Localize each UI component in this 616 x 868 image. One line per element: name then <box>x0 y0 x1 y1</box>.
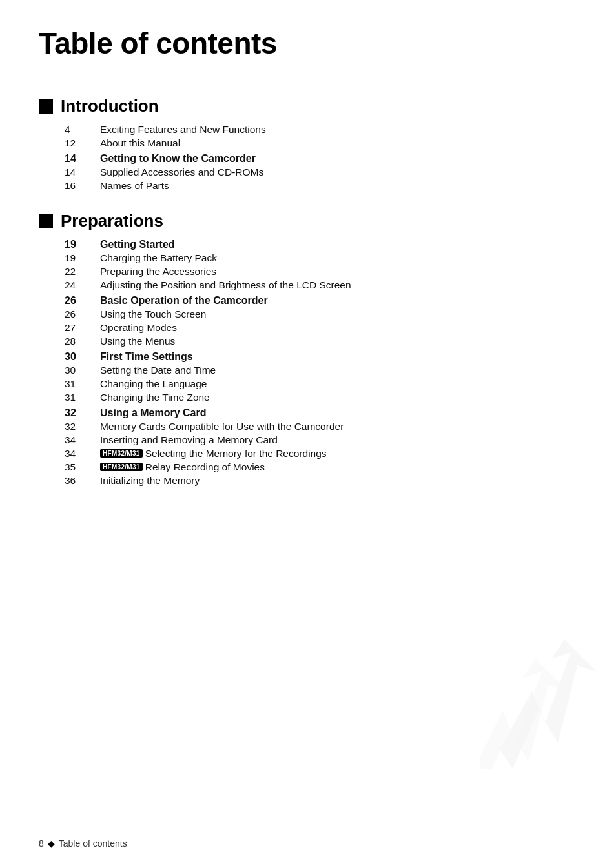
toc-entries-introduction: 4Exciting Features and New Functions12Ab… <box>65 124 577 192</box>
toc-entry: 24Adjusting the Position and Brightness … <box>65 279 577 291</box>
toc-group-header: 19Getting Started <box>65 239 577 250</box>
section-title-introduction: Introduction <box>61 96 159 116</box>
toc-entry: 16Names of Parts <box>65 180 577 192</box>
toc-page-num: 32 <box>65 407 100 419</box>
section-icon-introduction <box>39 99 53 114</box>
toc-entry: 36Initializing the Memory <box>65 475 577 487</box>
toc-entry: 35HFM32/M31Relay Recording of Movies <box>65 461 577 473</box>
toc-entry-text: Using the Menus <box>100 336 577 347</box>
toc-page-num: 30 <box>65 365 100 376</box>
toc-entry-text: HFM32/M31Relay Recording of Movies <box>100 461 577 473</box>
toc-entry: 34HFM32/M31Selecting the Memory for the … <box>65 448 577 459</box>
toc-entry-text: Charging the Battery Pack <box>100 252 577 264</box>
toc-entry-text: Supplied Accessories and CD-ROMs <box>100 167 577 178</box>
toc-entry: 22Preparing the Accessories <box>65 266 577 278</box>
toc-entry: 27Operating Modes <box>65 322 577 334</box>
toc-entry-text: Adjusting the Position and Brightness of… <box>100 279 577 291</box>
toc-entry: 31Changing the Time Zone <box>65 392 577 403</box>
toc-entry-text: Changing the Language <box>100 378 577 390</box>
toc-sections: Introduction4Exciting Features and New F… <box>39 96 577 487</box>
toc-entry-text: Preparing the Accessories <box>100 266 577 278</box>
model-badge: HFM32/M31 <box>100 449 143 458</box>
page-container: Table of contents Introduction4Exciting … <box>0 0 616 868</box>
toc-entry: 4Exciting Features and New Functions <box>65 124 577 136</box>
toc-entry-text: Getting to Know the Camcorder <box>100 153 577 165</box>
toc-entry: 19Charging the Battery Pack <box>65 252 577 264</box>
model-badge: HFM32/M31 <box>100 463 143 471</box>
footer-label: Table of contents <box>59 838 127 849</box>
toc-entry-text: Getting Started <box>100 239 577 250</box>
group-preparations-3: 32Using a Memory Card32Memory Cards Comp… <box>65 407 577 487</box>
toc-entry: 31Changing the Language <box>65 378 577 390</box>
toc-entry-text: HFM32/M31Selecting the Memory for the Re… <box>100 448 577 459</box>
footer-bullet: ◆ <box>48 838 55 849</box>
toc-entry-text: Exciting Features and New Functions <box>100 124 577 136</box>
toc-entry: 26Using the Touch Screen <box>65 308 577 320</box>
svg-marker-1 <box>480 659 568 769</box>
toc-page-num: 32 <box>65 421 100 432</box>
group-introduction-1: 14Getting to Know the Camcorder14Supplie… <box>65 153 577 192</box>
toc-entry-text: Changing the Time Zone <box>100 392 577 403</box>
group-introduction-0: 4Exciting Features and New Functions12Ab… <box>65 124 577 149</box>
toc-entry: 34Inserting and Removing a Memory Card <box>65 434 577 446</box>
page-footer: 8 ◆ Table of contents <box>39 838 127 849</box>
toc-page-num: 26 <box>65 295 100 307</box>
group-preparations-2: 30First Time Settings30Setting the Date … <box>65 351 577 403</box>
section-icon-preparations <box>39 214 53 228</box>
toc-entry: 30Setting the Date and Time <box>65 365 577 376</box>
toc-entry-text: Inserting and Removing a Memory Card <box>100 434 577 446</box>
toc-page-num: 14 <box>65 153 100 165</box>
group-preparations-1: 26Basic Operation of the Camcorder26Usin… <box>65 295 577 347</box>
group-preparations-0: 19Getting Started19Charging the Battery … <box>65 239 577 291</box>
svg-marker-0 <box>500 640 597 769</box>
toc-entry-text: First Time Settings <box>100 351 577 363</box>
toc-entry-text: Setting the Date and Time <box>100 365 577 376</box>
toc-entry-text: Basic Operation of the Camcorder <box>100 295 577 307</box>
toc-page-num: 31 <box>65 378 100 390</box>
toc-group-header: 30First Time Settings <box>65 351 577 363</box>
toc-page-num: 34 <box>65 448 100 459</box>
toc-entry: 28Using the Menus <box>65 336 577 347</box>
toc-entry: 32Memory Cards Compatible for Use with t… <box>65 421 577 432</box>
section-introduction: Introduction4Exciting Features and New F… <box>39 96 577 192</box>
toc-page-num: 22 <box>65 266 100 278</box>
section-title-preparations: Preparations <box>61 211 163 231</box>
toc-entry-text: Memory Cards Compatible for Use with the… <box>100 421 577 432</box>
footer-page-num: 8 <box>39 838 44 849</box>
section-header-preparations: Preparations <box>39 211 577 231</box>
page-title: Table of contents <box>39 26 577 61</box>
toc-page-num: 4 <box>65 124 100 136</box>
toc-group-header: 14Getting to Know the Camcorder <box>65 153 577 165</box>
toc-page-num: 27 <box>65 322 100 334</box>
toc-page-num: 16 <box>65 180 100 192</box>
toc-entry-text: Names of Parts <box>100 180 577 192</box>
toc-page-num: 14 <box>65 167 100 178</box>
toc-entry: 14Supplied Accessories and CD-ROMs <box>65 167 577 178</box>
toc-page-num: 34 <box>65 434 100 446</box>
watermark-decoration <box>480 640 597 771</box>
toc-page-num: 35 <box>65 461 100 473</box>
toc-entry-text: About this Manual <box>100 137 577 149</box>
toc-page-num: 30 <box>65 351 100 363</box>
section-preparations: Preparations19Getting Started19Charging … <box>39 211 577 487</box>
toc-entry-text: Using a Memory Card <box>100 407 577 419</box>
toc-group-header: 26Basic Operation of the Camcorder <box>65 295 577 307</box>
toc-page-num: 19 <box>65 239 100 250</box>
toc-page-num: 12 <box>65 137 100 149</box>
toc-page-num: 36 <box>65 475 100 487</box>
toc-page-num: 24 <box>65 279 100 291</box>
toc-entry-text: Using the Touch Screen <box>100 308 577 320</box>
toc-entry: 12About this Manual <box>65 137 577 149</box>
section-header-introduction: Introduction <box>39 96 577 116</box>
toc-entry-text: Initializing the Memory <box>100 475 577 487</box>
toc-page-num: 19 <box>65 252 100 264</box>
toc-page-num: 31 <box>65 392 100 403</box>
toc-entries-preparations: 19Getting Started19Charging the Battery … <box>65 239 577 487</box>
toc-page-num: 28 <box>65 336 100 347</box>
toc-entry-text: Operating Modes <box>100 322 577 334</box>
toc-group-header: 32Using a Memory Card <box>65 407 577 419</box>
toc-page-num: 26 <box>65 308 100 320</box>
